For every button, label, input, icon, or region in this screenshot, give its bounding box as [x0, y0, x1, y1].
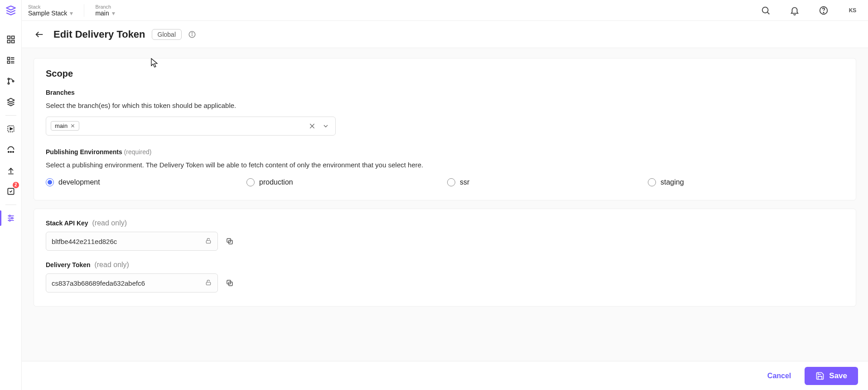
keys-card: Stack API Key (read only) bltfbe442e211e…: [34, 209, 856, 307]
branch-value: main: [95, 10, 109, 17]
radio-icon: [246, 178, 255, 186]
branches-label: Branches: [46, 89, 844, 96]
env-label: Publishing Environments (required): [46, 148, 844, 156]
radio-icon: [447, 178, 455, 186]
radio-label: production: [259, 178, 293, 186]
lock-icon: [205, 237, 212, 246]
svg-rect-40: [206, 282, 210, 285]
radio-label: development: [58, 178, 100, 186]
branch-chip: main: [51, 121, 79, 131]
app-logo-icon: [5, 5, 17, 16]
svg-line-26: [767, 12, 770, 14]
save-button-label: Save: [829, 371, 847, 380]
lock-icon: [205, 279, 212, 288]
help-button[interactable]: [815, 1, 833, 20]
rail-settings[interactable]: [0, 208, 22, 229]
chip-remove-icon[interactable]: [70, 123, 75, 128]
caret-down-icon: ▾: [112, 10, 115, 17]
env-help: Select a publishing environment. The Del…: [46, 160, 844, 171]
scope-pill: Global: [152, 29, 182, 40]
api-key-label: Stack API Key: [46, 219, 88, 227]
api-key-value: bltfbe442e211ed826c: [52, 238, 117, 245]
env-radio-group: development production ssr staging: [46, 178, 844, 186]
save-button[interactable]: Save: [805, 367, 858, 385]
rail-assets[interactable]: [0, 92, 22, 112]
svg-point-11: [8, 83, 9, 84]
env-radio-development[interactable]: development: [46, 178, 242, 186]
env-radio-production[interactable]: production: [246, 178, 443, 186]
svg-point-17: [12, 151, 14, 153]
rail-releases[interactable]: [0, 118, 22, 139]
branches-multiselect[interactable]: main: [46, 117, 336, 136]
radio-label: staging: [661, 178, 684, 186]
svg-point-32: [192, 33, 192, 33]
svg-point-22: [9, 215, 10, 216]
copy-token-button[interactable]: [224, 278, 235, 288]
content-scroll[interactable]: Scope Branches Select the branch(es) for…: [22, 48, 868, 361]
env-radio-staging[interactable]: staging: [648, 178, 844, 186]
svg-point-23: [11, 217, 12, 219]
footer: Cancel Save: [22, 361, 868, 390]
svg-rect-37: [206, 240, 210, 243]
radio-icon: [46, 178, 54, 186]
svg-point-10: [8, 78, 9, 79]
dropdown-toggle-icon[interactable]: [321, 122, 331, 130]
svg-rect-7: [7, 61, 10, 63]
radio-label: ssr: [460, 178, 469, 186]
svg-point-12: [12, 80, 14, 82]
left-nav-rail: 2: [0, 0, 22, 390]
page-header: Edit Delivery Token Global: [22, 21, 868, 48]
topbar: Stack Sample Stack▾ Branch main▾ KS: [22, 0, 868, 21]
cancel-button[interactable]: Cancel: [762, 368, 796, 384]
token-label: Delivery Token: [46, 261, 91, 268]
svg-marker-14: [10, 128, 12, 130]
tasks-badge: 2: [13, 182, 19, 188]
token-value: cs837a3b68689feda632abefc6: [52, 279, 145, 287]
save-icon: [815, 371, 825, 380]
stack-value: Sample Stack: [28, 10, 67, 17]
branches-help: Select the branch(es) for which this tok…: [46, 101, 844, 111]
copy-api-key-button[interactable]: [224, 236, 235, 247]
stack-label: Stack: [28, 4, 73, 10]
back-button[interactable]: [32, 27, 47, 42]
svg-rect-3: [11, 40, 14, 43]
branch-selector[interactable]: Branch main▾: [95, 4, 115, 17]
rail-tasks[interactable]: 2: [0, 181, 22, 202]
search-button[interactable]: [757, 1, 775, 20]
user-avatar[interactable]: KS: [844, 1, 862, 20]
token-note: (read only): [94, 261, 129, 268]
rail-publish[interactable]: [0, 139, 22, 160]
svg-rect-0: [7, 36, 10, 39]
clear-all-icon[interactable]: [307, 122, 317, 130]
rail-branches[interactable]: [0, 71, 22, 92]
svg-point-28: [823, 12, 824, 12]
rail-entries[interactable]: [0, 50, 22, 71]
info-icon[interactable]: [188, 30, 196, 39]
notifications-button[interactable]: [786, 1, 804, 20]
svg-rect-1: [11, 36, 14, 39]
branch-label: Branch: [95, 4, 115, 10]
svg-rect-2: [7, 40, 10, 43]
svg-point-15: [8, 151, 9, 153]
svg-rect-4: [7, 57, 10, 59]
stack-selector[interactable]: Stack Sample Stack▾: [28, 4, 73, 17]
radio-icon: [648, 178, 656, 186]
scope-title: Scope: [46, 68, 844, 79]
caret-down-icon: ▾: [70, 10, 73, 17]
svg-point-16: [10, 151, 11, 153]
token-field: cs837a3b68689feda632abefc6: [46, 273, 218, 292]
api-key-note: (read only): [92, 219, 127, 227]
branch-chip-label: main: [55, 122, 68, 129]
svg-point-25: [762, 7, 768, 13]
rail-upload[interactable]: [0, 160, 22, 181]
rail-dashboard[interactable]: [0, 29, 22, 50]
page-title: Edit Delivery Token: [53, 29, 145, 40]
api-key-field: bltfbe442e211ed826c: [46, 232, 218, 251]
svg-point-24: [9, 219, 10, 221]
scope-card: Scope Branches Select the branch(es) for…: [34, 58, 856, 200]
env-radio-ssr[interactable]: ssr: [447, 178, 643, 186]
